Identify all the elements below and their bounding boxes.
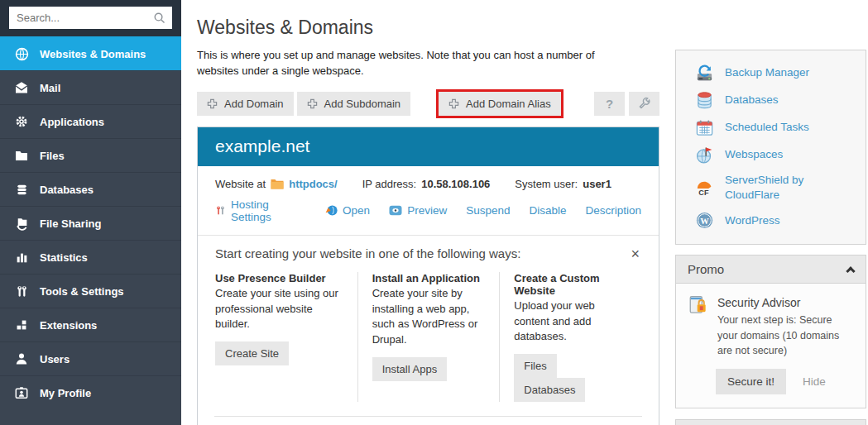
hosting-settings-icon (215, 205, 226, 217)
toolbar: Add Domain Add Subdomain Add Domain Alia… (197, 92, 659, 116)
create-site-button[interactable]: Create Site (215, 341, 289, 365)
promo-title: Promo (688, 262, 724, 276)
webspaces-link[interactable]: Webspaces (676, 141, 866, 169)
security-advisor-icon (688, 294, 709, 357)
install-apps-button[interactable]: Install Apps (372, 357, 448, 381)
gs-column-install-app: Install an Application Create your site … (357, 272, 500, 403)
add-domain-alias-button[interactable]: Add Domain Alias (439, 92, 561, 116)
gs-col-text: Upload your web content and add database… (514, 298, 628, 346)
plus-icon (448, 98, 459, 109)
svg-text:W: W (700, 217, 709, 226)
show-less-toggle[interactable]: SHOW LESS (214, 416, 642, 425)
hide-link[interactable]: Hide (803, 375, 826, 388)
secure-it-button[interactable]: Secure it! (716, 369, 786, 394)
preview-link[interactable]: Preview (389, 204, 447, 217)
plus-icon (207, 98, 218, 109)
sidebar-item-tools-settings[interactable]: Tools & Settings (0, 274, 181, 308)
suspend-link[interactable]: Suspend (466, 204, 510, 217)
sidebar-item-applications[interactable]: Applications (0, 104, 181, 138)
database-icon (14, 184, 29, 196)
sidebar-item-label: Users (40, 353, 70, 365)
plus-icon (307, 98, 318, 109)
hosting-settings-link[interactable]: Hosting Settings (215, 198, 306, 223)
preview-label: Preview (407, 204, 447, 217)
sidebar-item-databases[interactable]: Databases (0, 172, 181, 206)
mail-icon (14, 81, 29, 94)
folder-icon (14, 149, 29, 162)
add-domain-button[interactable]: Add Domain (197, 92, 294, 116)
sidebar-item-mail[interactable]: Mail (0, 70, 181, 104)
scheduled-tasks-icon (694, 118, 714, 137)
gs-col-heading: Use Presence Builder (215, 272, 344, 284)
folder-icon (271, 179, 284, 189)
sidebar-item-label: Applications (40, 116, 104, 128)
system-user-value: user1 (583, 178, 611, 190)
backup-manager-link[interactable]: Backup Manager (676, 60, 866, 87)
sidebar-item-files[interactable]: Files (0, 138, 181, 172)
tool-label: Webspaces (725, 147, 783, 162)
main-content: Websites & Domains This is where you set… (197, 0, 659, 425)
sidebar-item-statistics[interactable]: Statistics (0, 240, 181, 274)
chevron-up-icon (846, 266, 855, 275)
bar-chart-icon (14, 251, 29, 264)
sidebar-item-label: File Sharing (40, 217, 101, 230)
sidebar-item-my-profile[interactable]: My Profile (0, 375, 181, 409)
ip-value: 10.58.108.106 (421, 178, 490, 190)
add-domain-label: Add Domain (224, 98, 284, 110)
close-icon[interactable]: × (629, 246, 641, 261)
globe-icon (14, 47, 29, 61)
tool-label: Scheduled Tasks (725, 120, 809, 135)
ip-label: IP address: (362, 178, 417, 190)
search-input[interactable] (9, 7, 172, 29)
wrenches-icon (14, 285, 29, 298)
wrench-icon (638, 97, 651, 110)
tool-label: Databases (725, 93, 779, 107)
svg-text:CF: CF (698, 188, 709, 196)
domain-name: example.net (215, 136, 309, 155)
sidebar-item-extensions[interactable]: Extensions (0, 308, 181, 341)
sidebar-item-label: Websites & Domains (40, 48, 146, 60)
promo-panel-header[interactable]: Promo (676, 255, 866, 284)
backup-manager-icon (694, 64, 714, 83)
sidebar-item-label: Tools & Settings (40, 285, 124, 298)
toolbar-right-group: ? (594, 92, 659, 116)
user-icon (14, 352, 29, 365)
page-description: This is where you set up and manage webs… (197, 48, 615, 79)
id-badge-icon (14, 386, 29, 399)
webroot-link[interactable]: httpdocs/ (289, 178, 338, 190)
sidebar-item-label: My Profile (40, 387, 91, 399)
security-advisor-title: Security Advisor (717, 296, 854, 309)
files-button[interactable]: Files (514, 354, 556, 378)
left-sidebar: Websites & Domains Mail Applications Fil… (0, 0, 181, 425)
gs-col-text: Create your site by installing a web app… (372, 286, 487, 348)
sidebar-item-file-sharing[interactable]: File Sharing (0, 206, 181, 240)
disable-link[interactable]: Disable (529, 204, 566, 217)
databases-button[interactable]: Databases (514, 378, 585, 402)
getting-started-title: Start creating your website in one of th… (215, 246, 520, 260)
system-user-label: System user: (515, 178, 578, 190)
open-link[interactable]: Open (325, 204, 370, 217)
sidebar-item-websites-domains[interactable]: Websites & Domains (0, 36, 181, 70)
open-site-icon (325, 204, 338, 217)
help-button[interactable]: ? (594, 92, 625, 116)
sidebar-search (0, 0, 181, 36)
sidebar-item-users[interactable]: Users (0, 341, 181, 375)
sidebar-item-label: Files (40, 150, 65, 162)
preview-eye-icon (389, 205, 402, 216)
system-overview-header[interactable]: System Overview (676, 420, 866, 425)
right-sidebar: Backup Manager Databases Scheduled Tasks… (675, 0, 866, 425)
domain-info-row: Website at httpdocs/ IP address: 10.58.1… (198, 166, 659, 190)
databases-link[interactable]: Databases (676, 87, 866, 114)
description-link[interactable]: Description (585, 204, 641, 217)
wordpress-icon: W (694, 211, 714, 230)
promo-panel: Promo Security Advisor Your next step is… (675, 255, 866, 408)
add-subdomain-button[interactable]: Add Subdomain (297, 92, 411, 116)
wordpress-link[interactable]: W WordPress (676, 207, 866, 234)
gs-col-heading: Create a Custom Website (514, 272, 628, 297)
servershield-link[interactable]: CF ServerShield by CloudFlare (676, 169, 866, 207)
settings-wrench-button[interactable] (629, 92, 659, 116)
scheduled-tasks-link[interactable]: Scheduled Tasks (676, 114, 866, 141)
sidebar-item-label: Extensions (40, 319, 97, 332)
website-at-label: Website at (215, 178, 266, 190)
domain-card-header: example.net (198, 127, 659, 166)
